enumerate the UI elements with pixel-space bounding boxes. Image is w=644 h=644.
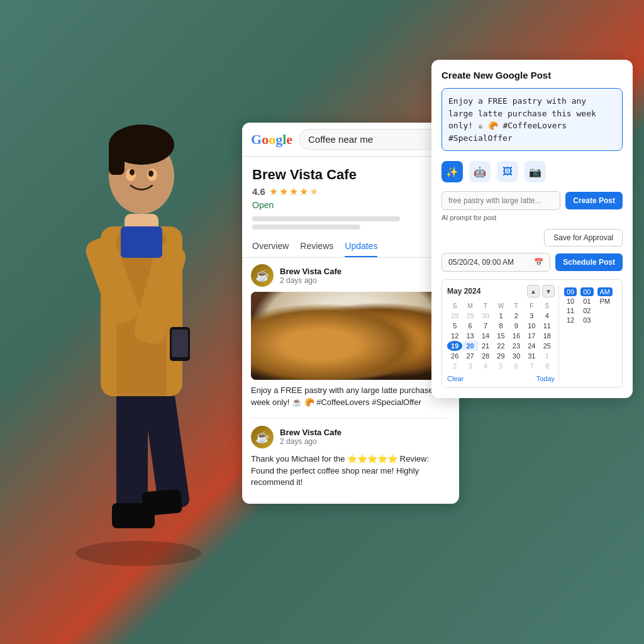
cal-day[interactable]: 24 — [524, 341, 539, 351]
cal-day[interactable]: 8 — [540, 361, 555, 371]
robot-tool[interactable]: 🤖 — [469, 161, 491, 182]
calendar-clear-button[interactable]: Clear — [447, 375, 464, 382]
cal-day[interactable]: 27 — [462, 351, 477, 361]
gallery-tool[interactable]: 📷 — [525, 161, 546, 182]
save-approval-row: Save for Approval — [441, 229, 623, 247]
cal-day[interactable]: 5 — [493, 361, 508, 371]
post-author-2: Brew Vista Cafe — [280, 428, 341, 437]
svg-rect-14 — [109, 143, 125, 175]
hour-11[interactable]: 11 — [564, 306, 577, 315]
cal-day[interactable]: 29 — [462, 311, 477, 321]
post-item-1: ☕ Brew Vista Cafe 2 days ago Enjoy a FRE… — [251, 264, 450, 409]
svg-point-0 — [75, 541, 201, 566]
cal-day[interactable]: 22 — [493, 341, 508, 351]
cal-day[interactable]: 7 — [524, 361, 539, 371]
cal-header-sun: S — [447, 301, 462, 311]
cal-header-mon: M — [462, 301, 477, 311]
cal-day[interactable]: 6 — [509, 361, 524, 371]
post-time-2: 2 days ago — [280, 437, 341, 446]
cal-day[interactable]: 2 — [509, 311, 524, 321]
cal-day[interactable]: 29 — [493, 351, 508, 361]
schedule-datetime-display[interactable]: 05/20/24, 09:00 AM 📅 — [441, 253, 550, 272]
gray-line-2 — [252, 225, 360, 230]
min-00[interactable]: 00 — [580, 287, 593, 296]
cal-day[interactable]: 18 — [540, 331, 555, 341]
cal-day[interactable]: 4 — [478, 361, 493, 371]
ampm-pm[interactable]: PM — [597, 297, 613, 306]
cal-day[interactable]: 30 — [478, 311, 493, 321]
cal-day-today[interactable]: 19 — [447, 341, 462, 351]
cal-day[interactable]: 3 — [524, 311, 539, 321]
calendar-prev-button[interactable]: ▲ — [527, 285, 540, 297]
cal-header-wed: W — [493, 301, 508, 311]
hour-12[interactable]: 12 — [564, 316, 577, 325]
schedule-post-button[interactable]: Schedule Post — [555, 253, 623, 271]
cal-day[interactable]: 7 — [478, 321, 493, 331]
cal-day[interactable]: 10 — [524, 321, 539, 331]
hour-09[interactable]: 09 — [564, 287, 577, 296]
cal-day[interactable]: 12 — [447, 331, 462, 341]
post-item-2: ☕ Brew Vista Cafe 2 days ago Thank you M… — [251, 426, 450, 489]
tab-overview[interactable]: Overview — [252, 241, 289, 257]
google-search-bar[interactable]: Google Coffee near me — [242, 123, 459, 157]
cal-day[interactable]: 1 — [540, 351, 555, 361]
cal-day[interactable]: 15 — [493, 331, 508, 341]
create-post-button[interactable]: Create Post — [565, 192, 623, 209]
pastry-photo — [251, 292, 450, 380]
cal-day[interactable]: 17 — [524, 331, 539, 341]
cafe-open-status: Open — [252, 200, 449, 210]
ai-prompt-input[interactable] — [441, 191, 560, 210]
cal-day[interactable]: 16 — [509, 331, 524, 341]
star-4: ★ — [299, 186, 308, 197]
cal-day[interactable]: 6 — [462, 321, 477, 331]
calendar-footer: Clear Today — [447, 375, 555, 382]
cal-day[interactable]: 14 — [478, 331, 493, 341]
image-tool[interactable]: 🖼 — [497, 161, 518, 182]
calendar-navigation: ▲ ▼ — [527, 285, 555, 297]
save-approval-button[interactable]: Save for Approval — [544, 229, 623, 247]
calendar-next-button[interactable]: ▼ — [542, 285, 555, 297]
cal-day[interactable]: 4 — [540, 311, 555, 321]
min-02[interactable]: 02 — [580, 306, 593, 315]
cal-day[interactable]: 28 — [478, 351, 493, 361]
ai-prompt-row: Create Post — [441, 191, 623, 210]
cal-day[interactable]: 3 — [462, 361, 477, 371]
cafe-avatar-1: ☕ — [251, 264, 274, 287]
min-01[interactable]: 01 — [580, 297, 593, 306]
calendar-grid: S M T W T F S 28 29 30 — [447, 301, 555, 371]
calendar-with-time: May 2024 ▲ ▼ S M T W T F — [447, 285, 617, 382]
cal-day[interactable]: 8 — [493, 321, 508, 331]
search-input[interactable]: Coffee near me — [299, 129, 450, 150]
post-meta-1: Brew Vista Cafe 2 days ago — [280, 267, 341, 285]
cal-day[interactable]: 13 — [462, 331, 477, 341]
cal-day[interactable]: 25 — [540, 341, 555, 351]
cal-header-thu: T — [509, 301, 524, 311]
post-content-textarea[interactable]: Enjoy a FREE pastry with any large latte… — [441, 88, 623, 151]
hour-10[interactable]: 10 — [564, 297, 577, 306]
ampm-am[interactable]: AM — [597, 287, 613, 296]
cal-day[interactable]: 28 — [447, 311, 462, 321]
cal-day[interactable]: 1 — [493, 311, 508, 321]
magic-wand-tool[interactable]: ✨ — [441, 161, 463, 182]
cal-day-selected[interactable]: 20 — [462, 341, 477, 351]
tab-updates[interactable]: Updates — [345, 241, 377, 257]
cal-day[interactable]: 26 — [447, 351, 462, 361]
cal-day[interactable]: 23 — [509, 341, 524, 351]
cal-day[interactable]: 30 — [509, 351, 524, 361]
cal-day[interactable]: 31 — [524, 351, 539, 361]
post-text-2: Thank you Michael for the ⭐⭐⭐⭐⭐ Review: … — [251, 453, 450, 489]
cal-day[interactable]: 5 — [447, 321, 462, 331]
cal-day[interactable]: 11 — [540, 321, 555, 331]
calendar-today-button[interactable]: Today — [536, 375, 555, 382]
post-header-1: ☕ Brew Vista Cafe 2 days ago — [251, 264, 450, 287]
svg-rect-4 — [142, 489, 182, 516]
cal-day[interactable]: 21 — [478, 341, 493, 351]
cafe-avatar-2: ☕ — [251, 426, 274, 448]
cal-day[interactable]: 2 — [447, 361, 462, 371]
min-03[interactable]: 03 — [580, 316, 593, 325]
tab-reviews[interactable]: Reviews — [300, 241, 333, 257]
cal-header-tue: T — [478, 301, 493, 311]
cal-day[interactable]: 9 — [509, 321, 524, 331]
ai-prompt-label: AI prompt for post — [441, 214, 623, 221]
google-logo: Google — [251, 131, 292, 148]
